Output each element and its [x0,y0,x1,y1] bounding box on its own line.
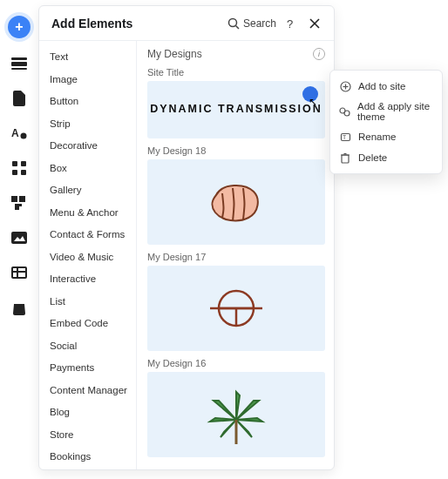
panel-header: Add Elements Search ? [39,6,334,41]
ctx-delete[interactable]: Delete [330,147,442,168]
category-item[interactable]: Payments [39,357,136,380]
category-item[interactable]: List [39,291,136,314]
svg-text:A: A [11,127,19,139]
svg-point-30 [344,111,350,116]
svg-rect-16 [13,273,17,277]
add-elements-panel: Add Elements Search ? TextImageButtonStr… [38,5,335,470]
category-item[interactable]: Strip [39,113,136,136]
category-item[interactable]: Text [39,46,136,69]
rename-icon: T [339,131,351,143]
svg-point-18 [228,18,236,26]
category-item[interactable]: Store [39,424,136,447]
close-icon[interactable] [304,13,325,34]
svg-text:?: ? [287,17,293,30]
svg-rect-10 [19,196,25,202]
svg-line-19 [235,25,239,29]
svg-text:T: T [343,134,347,140]
plus-circle-icon [339,80,351,92]
category-item[interactable]: Button [39,91,136,113]
plugins-icon[interactable] [10,193,29,213]
card-label: Site Title [147,67,325,78]
info-icon[interactable]: i [313,48,325,60]
category-list: TextImageButtonStripDecorativeBoxGallery… [39,41,137,469]
category-item[interactable]: Decorative [39,135,136,158]
svg-rect-17 [18,273,25,277]
ctx-label: Add & apply site theme [357,101,433,122]
svg-rect-15 [18,268,25,271]
svg-rect-33 [342,155,349,163]
svg-rect-11 [11,232,27,244]
section-title: My Designs [147,48,202,60]
design-card[interactable] [147,372,325,457]
design-preview-icon [197,277,275,340]
design-preview-text: DYNAMIC TRANSMISSION [150,103,322,117]
category-item[interactable]: Box [39,158,136,180]
active-badge-icon [302,86,318,102]
apps-icon[interactable] [10,159,29,178]
category-item[interactable]: Embed Code [39,313,136,335]
card-label: My Design 17 [147,252,325,262]
search-button[interactable]: Search [227,17,276,30]
svg-rect-5 [12,161,17,166]
design-card[interactable] [147,159,325,245]
add-elements-icon[interactable]: + [8,16,31,38]
category-item[interactable]: Menu & Anchor [39,202,136,225]
category-item[interactable]: Contact & Forms [39,224,136,246]
category-item[interactable]: Video & Music [39,246,136,269]
svg-rect-6 [21,161,26,166]
designs-column: My Designs i Site Title DYNAMIC TRANSMIS… [137,41,334,469]
category-item[interactable]: Gallery [39,179,136,202]
ctx-apply-theme[interactable]: Add & apply site theme [330,97,442,126]
help-icon[interactable]: ? [280,13,301,34]
svg-rect-1 [11,62,27,66]
ctx-rename[interactable]: T Rename [330,126,442,147]
search-icon [227,17,240,30]
svg-rect-2 [11,68,27,70]
search-label: Search [243,17,276,30]
ctx-add-to-site[interactable]: Add to site [330,76,442,97]
theme-icon[interactable]: A [10,124,29,143]
category-item[interactable]: Events [39,469,136,469]
panel-title: Add Elements [51,17,227,30]
vertical-toolbar: + A [0,0,38,479]
context-menu: Add to site Add & apply site theme T Ren… [329,70,443,174]
palette-icon [339,105,350,118]
category-item[interactable]: Bookings [39,446,136,469]
category-item[interactable]: Social [39,335,136,358]
media-icon[interactable] [10,228,29,247]
trash-icon [339,152,351,164]
category-item[interactable]: Content Manager [39,380,136,402]
design-card[interactable]: DYNAMIC TRANSMISSION ↖ [147,81,325,138]
ctx-label: Rename [358,132,396,142]
design-card[interactable] [147,266,325,351]
data-icon[interactable] [10,263,29,282]
ctx-label: Add to site [358,81,405,91]
page-icon[interactable] [10,89,29,108]
design-preview-icon [203,178,269,226]
design-preview-icon [201,383,271,446]
ctx-label: Delete [358,152,387,163]
category-item[interactable]: Interactive [39,268,136,291]
svg-rect-14 [13,268,17,271]
svg-rect-0 [11,57,27,60]
card-label: My Design 18 [147,145,325,156]
svg-rect-7 [12,170,17,175]
sections-icon[interactable] [10,54,29,73]
card-label: My Design 16 [147,358,325,368]
svg-rect-9 [11,196,17,202]
svg-rect-8 [21,170,26,175]
store-icon[interactable] [10,298,29,317]
category-item[interactable]: Blog [39,401,136,424]
category-item[interactable]: Image [39,69,136,91]
svg-point-4 [21,133,27,139]
